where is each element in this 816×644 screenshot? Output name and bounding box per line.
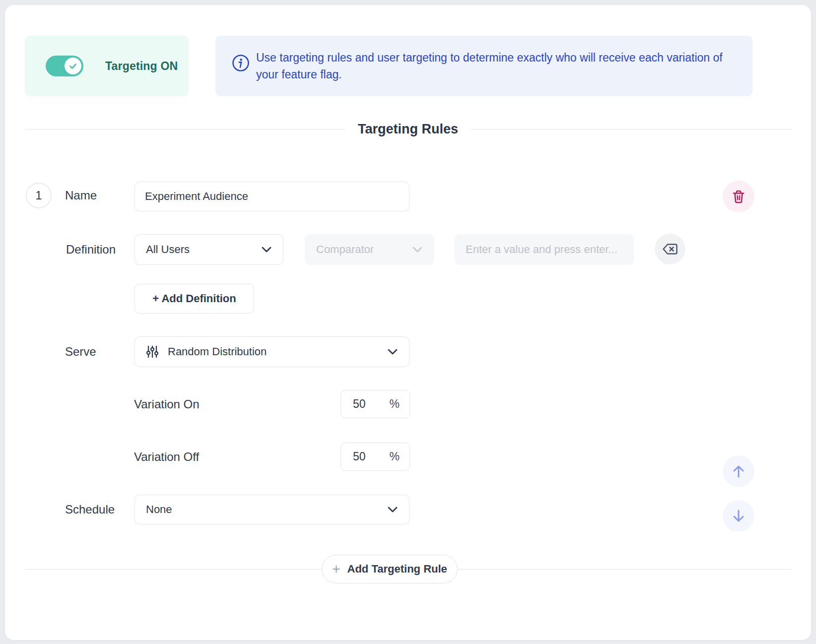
variation-off-percentage-input[interactable]: 50 % [340,443,410,471]
move-rule-up-button[interactable] [723,455,754,487]
definition-value-input[interactable] [455,234,634,265]
arrow-up-icon [731,463,747,479]
move-rule-down-button[interactable] [723,500,754,532]
banner-text: Use targeting rules and user targeting t… [256,49,723,83]
info-banner: Use targeting rules and user targeting t… [215,36,752,96]
targeting-card: Targeting ON Use targeting rules and use… [5,5,811,640]
rule-name-input[interactable] [135,182,409,211]
audience-select-value: All Users [146,243,190,256]
page-title: Targeting Rules [358,122,458,137]
add-targeting-rule-label: Add Targeting Rule [347,563,447,576]
variation-off-value: 50 [353,450,366,463]
variation-off-label: Variation Off [134,443,199,471]
info-icon [231,54,250,72]
chevron-down-icon [387,506,398,513]
audience-select[interactable]: All Users [135,234,283,265]
schedule-select[interactable]: None [135,495,409,524]
serve-select-value: Random Distribution [168,345,267,358]
schedule-select-value: None [146,503,172,516]
name-label: Name [65,183,97,208]
comparator-select-placeholder: Comparator [316,243,374,256]
variation-on-value: 50 [353,397,366,411]
delete-rule-button[interactable] [723,181,754,212]
arrow-down-icon [731,508,747,524]
chevron-down-icon [261,246,272,253]
check-icon [68,61,78,71]
sliders-icon [146,345,159,359]
toggle-knob [65,58,81,74]
serve-select[interactable]: Random Distribution [135,336,409,367]
definition-label: Definition [66,234,116,265]
targeting-status-label: Targeting ON [105,60,178,73]
add-targeting-rule-button[interactable]: + Add Targeting Rule [322,555,458,583]
schedule-label: Schedule [65,495,115,524]
plus-icon: + [332,562,340,576]
variation-on-label: Variation On [134,390,200,418]
rule-number-badge: 1 [26,183,52,208]
backspace-icon [662,243,678,255]
clear-definition-button[interactable] [655,234,685,264]
add-definition-button[interactable]: + Add Definition [135,284,254,314]
percent-unit: % [390,450,400,463]
chevron-down-icon [387,348,398,355]
targeting-toggle[interactable] [46,56,83,76]
targeting-toggle-panel: Targeting ON [25,36,189,96]
section-header: Targeting Rules [25,113,791,145]
comparator-select[interactable]: Comparator [305,234,434,265]
variation-on-percentage-input[interactable]: 50 % [340,390,410,418]
trash-icon [731,189,746,204]
chevron-down-icon [412,246,423,253]
serve-label: Serve [65,336,96,367]
percent-unit: % [390,397,400,411]
